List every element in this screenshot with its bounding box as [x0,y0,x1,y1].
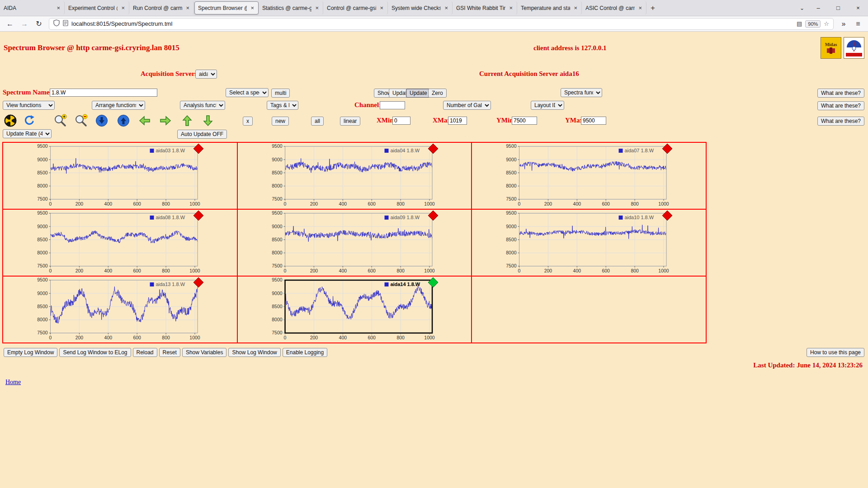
update-rate-dropdown[interactable]: Update Rate (4 secs) [3,129,52,138]
tab-close-icon[interactable]: × [56,5,61,11]
maximize-button[interactable]: □ [828,0,848,16]
tab-spectrum-browser[interactable]: Spectrum Browser @× [194,1,259,14]
spectrum-plot-aida08-1-8-w[interactable]: 7500800085009000950002004006008001000aid… [3,209,237,276]
hamburger-menu-icon[interactable]: ≡ [852,18,864,30]
bookmark-star-icon[interactable]: ☆ [824,20,829,27]
multi-button[interactable]: multi [271,89,290,98]
tab-system-wide-checks[interactable]: System wide Checks× [388,1,453,14]
reader-mode-icon[interactable]: ▤ [797,20,802,27]
layout-id-dropdown[interactable]: Layout ID=8 [531,101,564,110]
tab-temperature-and-stat[interactable]: Temperature and stat× [518,1,582,14]
tab-close-icon[interactable]: × [637,5,643,11]
analysis-functions-dropdown[interactable]: Analysis functions [180,101,225,110]
what-are-these-button-2[interactable]: What are these? [817,101,864,110]
svg-text:0: 0 [49,335,52,340]
tab-aida[interactable]: AIDA× [0,1,65,14]
reset-button[interactable]: Reset [159,348,180,357]
scale-down-icon[interactable] [95,114,108,127]
new-button[interactable]: new [272,117,289,126]
xmax-input[interactable] [448,117,467,125]
tab-run-control-carme[interactable]: Run Control @ carme× [130,1,194,14]
x-button[interactable]: x [243,117,253,126]
reload-button[interactable]: Reload [133,348,157,357]
scale-up-icon[interactable] [117,114,130,127]
legend-swatch [619,149,623,153]
arrange-functions-dropdown[interactable]: Arrange functions [92,101,145,110]
forward-icon[interactable]: → [18,18,31,30]
show-log-window-button[interactable]: Show Log Window [228,348,280,357]
second-logo[interactable] [844,37,864,59]
shield-icon[interactable] [53,19,60,28]
tab-close-icon[interactable]: × [120,5,126,11]
tab-gsi-white-rabbit-tim[interactable]: GSI White Rabbit Tim× [453,1,517,14]
what-are-these-button-3[interactable]: What are these? [817,117,864,126]
tab-statistics-carme-g[interactable]: Statistics @ carme-g× [259,1,323,14]
view-functions-dropdown[interactable]: View functions [3,101,55,110]
what-are-these-button-1[interactable]: What are these? [817,89,864,98]
tab-close-icon[interactable]: × [250,5,255,11]
how-to-use-button[interactable]: How to use this page [807,348,864,357]
tab-close-icon[interactable]: × [573,5,578,11]
spectrum-plot-aida03-1-8-w[interactable]: 7500800085009000950002004006008001000aid… [3,142,237,209]
tab-asic-control-carm[interactable]: ASIC Control @ carm× [582,1,646,14]
all-button[interactable]: all [311,117,324,126]
reload-icon[interactable]: ↻ [33,18,45,30]
xmin-input[interactable] [392,117,410,125]
svg-text:7500: 7500 [272,197,282,202]
page-info-icon[interactable] [63,20,68,28]
overflow-chevrons-icon[interactable]: » [837,18,850,30]
spectra-functions-dropdown[interactable]: Spectra functions [561,88,602,97]
zoom-out-icon[interactable] [74,114,88,127]
linear-button[interactable]: linear [340,117,360,126]
spectrum-plot-aida07-1-8-w[interactable]: 7500800085009000950002004006008001000aid… [472,142,706,209]
tab-close-icon[interactable]: × [185,5,190,11]
send-log-window-to-elog-button[interactable]: Send Log Window to ELog [59,348,131,357]
zoom-in-icon[interactable] [53,114,67,127]
radiation-icon[interactable] [4,114,17,127]
enable-logging-button[interactable]: Enable Logging [283,348,327,357]
url-bar[interactable]: localhost:8015/Spectrum/Spectrum.tml ▤ 9… [49,18,834,30]
minimize-button[interactable]: – [808,0,828,16]
number-of-galleries-dropdown[interactable]: Number of Galleries [443,101,491,110]
tab-close-icon[interactable]: × [314,5,320,11]
svg-text:400: 400 [104,202,113,206]
refresh-icon[interactable] [23,114,36,127]
spectrum-plot-aida13-1-8-w[interactable]: 7500800085009000950002004006008001000aid… [3,276,237,343]
spectrum-plot-aida10-1-8-w[interactable]: 7500800085009000950002004006008001000aid… [472,209,706,276]
tab-close-icon[interactable]: × [508,5,514,11]
svg-text:400: 400 [339,335,347,340]
close-button[interactable]: × [848,0,868,16]
select-spectrum-dropdown[interactable]: Select a spectrum [226,88,269,97]
spectrum-plot-aida14-1-8-w[interactable]: 7500800085009000950002004006008001000aid… [237,276,472,343]
tab-list-chevron-icon[interactable]: ⌄ [796,2,808,14]
zero-button[interactable]: Zero [428,89,447,98]
new-tab-button[interactable]: + [646,2,659,14]
empty-log-window-button[interactable]: Empty Log Window [4,348,57,357]
tab-label: Experiment Control @ [68,5,118,11]
svg-text:8000: 8000 [37,250,47,255]
svg-text:9000: 9000 [506,157,517,162]
move-right-icon[interactable] [159,114,172,127]
move-up-icon[interactable] [180,114,194,127]
ymax-input[interactable] [581,117,606,125]
auto-update-button[interactable]: Auto Update OFF [177,130,227,139]
acquisition-server-select[interactable]: aida16 [195,70,217,79]
tab-close-icon[interactable]: × [379,5,384,11]
url-text[interactable]: localhost:8015/Spectrum/Spectrum.tml [71,20,793,27]
zoom-level-badge[interactable]: 90% [805,20,821,28]
move-left-icon[interactable] [138,114,151,127]
ymin-input[interactable] [512,117,537,125]
tab-close-icon[interactable]: × [443,5,449,11]
home-link[interactable]: Home [5,379,21,386]
spectrum-plot-aida04-1-8-w[interactable]: 7500800085009000950002004006008001000aid… [237,142,472,209]
move-down-icon[interactable] [201,114,215,127]
spectrum-plot-aida09-1-8-w[interactable]: 7500800085009000950002004006008001000aid… [237,209,472,276]
spectrum-name-input[interactable] [50,89,157,97]
midas-logo[interactable]: Midas [821,37,841,59]
channel-input[interactable] [380,101,405,109]
tags-fits-dropdown[interactable]: Tags & Fits [267,101,298,110]
tab-experiment-control[interactable]: Experiment Control @× [65,1,129,14]
show-variables-button[interactable]: Show Variables [182,348,227,357]
tab-control-carme-gsi[interactable]: Control @ carme-gsi× [324,1,388,14]
back-icon[interactable]: ← [4,18,16,30]
